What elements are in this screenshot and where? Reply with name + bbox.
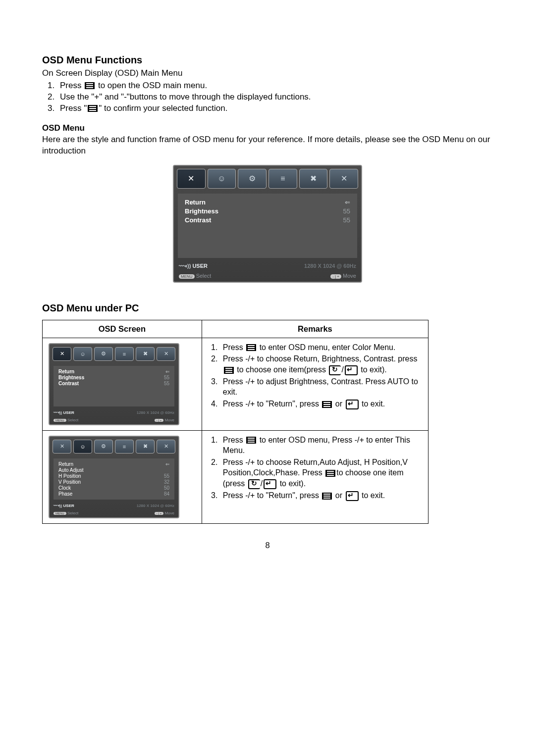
osd-tab: ☺ [73,347,92,361]
osd-row-label: Brightness [185,207,218,215]
menu-icon [246,344,256,351]
return-arrow-icon: ⇐ [345,199,350,206]
osd-menu-heading: OSD Menu [42,123,493,133]
osd-tab: ⚙ [238,169,267,189]
osd-tab: ✕ [157,347,175,361]
osd-row: Brightness 55 [185,207,350,215]
osd-tab: ≡ [115,440,134,454]
table-header: OSD Screen [43,320,202,338]
osd-row-label: Contrast [185,216,211,224]
menu-icon [85,82,95,89]
table-cell-screen: ✕ ☺ ⚙ ≡ ✖ ✕ Return⇐ Brightness55 Contras… [43,338,202,430]
section-heading: OSD Menu Functions [42,54,493,66]
osd-tab: ☺ [73,440,92,454]
osd-row-value: 55 [343,207,350,215]
osd-tab: ✖ [299,169,328,189]
osd-tab: ✕ [177,169,206,189]
osd-panel-small: ✕ ☺ ⚙ ≡ ✖ ✕ Return⇐ Auto Adjust H Positi… [49,436,179,518]
menu-icon [322,401,332,408]
remark-item: Press -/+ to choose Return, Brightness, … [220,353,423,375]
osd-tab: ≡ [115,347,134,361]
section-heading-pc: OSD Menu under PC [42,302,493,314]
osd-tab: ⚙ [94,440,113,454]
menu-icon [224,367,234,374]
pill: - | + [330,274,341,279]
osd-tabs: ✕ ☺ ⚙ ≡ ✖ ✕ [174,166,361,189]
remark-item: Press -/+ to adjust Brightness, Contrast… [220,376,423,398]
pill: MENU [179,274,195,279]
menu-icon [322,493,332,500]
osd-tab: ✖ [136,347,155,361]
osd-row: Return ⇐ [185,199,350,206]
menu-icon [325,470,335,477]
enter-icon [345,365,358,375]
osd-panel: ✕ ☺ ⚙ ≡ ✖ ✕ Return ⇐ Brightness 55 Contr… [173,165,362,283]
table-cell-screen: ✕ ☺ ⚙ ≡ ✖ ✕ Return⇐ Auto Adjust H Positi… [43,430,202,523]
osd-tab: ✕ [53,347,71,361]
osd-panel-small: ✕ ☺ ⚙ ≡ ✖ ✕ Return⇐ Brightness55 Contras… [49,343,179,425]
osd-row-label: Return [185,199,206,206]
power-icon [248,479,260,489]
osd-resolution: 1280 X 1024 @ 60Hz [304,263,356,269]
table-header: Remarks [202,320,428,338]
enter-icon [346,491,359,501]
osd-row-value: 55 [343,216,350,224]
osd-tab: ✕ [53,440,71,454]
menu-icon [88,105,98,112]
table-cell-remarks: Press to enter OSD menu, enter Color Men… [202,338,428,430]
remark-item: Press -/+ to choose Return,Auto Adjust, … [220,457,423,489]
osd-pc-table: OSD Screen Remarks ✕ ☺ ⚙ ≡ ✖ ✕ Return⇐ B… [42,320,428,524]
step-2: Use the "+" and "-"buttons to move throu… [57,92,493,103]
osd-row: Contrast 55 [185,216,350,224]
remark-item: Press -/+ to "Return", press or to exit. [220,399,423,409]
osd-body: Return ⇐ Brightness 55 Contrast 55 [178,194,357,258]
osd-tab: ✕ [157,440,175,454]
power-icon [329,365,341,375]
menu-icon [246,437,256,444]
page-number: 8 [42,541,493,550]
osd-footer: 〰◁)) USER 1280 X 1024 @ 60Hz [174,261,361,273]
remark-item: Press to enter OSD menu, enter Color Men… [220,342,423,353]
remark-item: Press -/+ to "Return", press or to exit. [220,490,423,501]
top-steps: Press to open the OSD main menu. Use the… [42,80,493,114]
osd-main-figure: ✕ ☺ ⚙ ≡ ✖ ✕ Return ⇐ Brightness 55 Contr… [42,165,493,283]
step-3: Press "" to confirm your selected functi… [57,103,493,114]
remark-item: Press to enter OSD menu, Press -/+ to en… [220,435,423,456]
osd-menu-intro: Here are the style and function frame of… [42,134,493,157]
osd-tab: ☺ [208,169,236,189]
table-cell-remarks: Press to enter OSD menu, Press -/+ to en… [202,430,428,523]
osd-tab: ✕ [329,169,358,189]
osd-tab: ✖ [136,440,155,454]
enter-icon [264,479,276,489]
intro-text: On Screen Display (OSD) Main Menu [42,68,493,79]
step-1: Press to open the OSD main menu. [57,80,493,92]
osd-footer-hints: MENU Select - | + Move [174,273,361,282]
osd-tab: ≡ [268,169,297,189]
osd-tab: ⚙ [94,347,113,361]
enter-icon [346,400,359,409]
osd-brand: 〰◁)) USER [179,263,208,269]
